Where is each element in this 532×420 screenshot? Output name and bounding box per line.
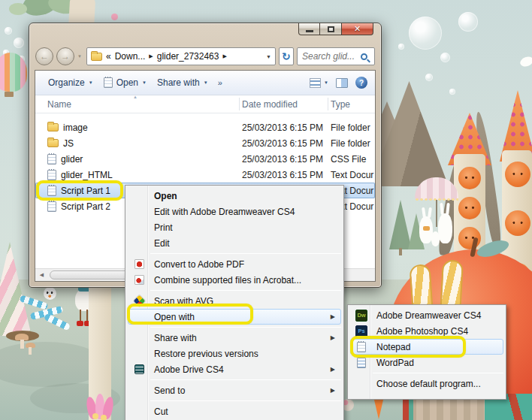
breadcrumb-segment-folder[interactable]: glider_2732463 [157,51,219,62]
file-date: 25/03/2013 6:15 PM [239,154,328,165]
menu-item-restore-previous-versions[interactable]: Restore previous versions [128,346,341,361]
text-file-icon [47,170,56,180]
caret-down-icon: ▼ [89,80,93,85]
annotation-box-script-part-1 [36,180,123,201]
adobe-drive-icon [135,364,144,374]
column-separator[interactable] [239,98,240,110]
help-button[interactable]: ? [355,77,367,89]
column-header-date[interactable]: Date modified [239,99,328,110]
wordpad-icon [357,358,366,368]
refresh-button[interactable]: ↻ [279,47,294,65]
breadcrumb[interactable]: « Down... ▶ glider_2732463 ▶ ▼ [86,47,276,65]
wallpaper-worm-head [44,287,56,300]
wallpaper-tulip-dot [101,415,107,420]
search-icon [361,53,367,60]
wallpaper-pink-dot [111,14,118,20]
menu-item-edit-with-dreamweaver[interactable]: Edit with Adobe Dreamweaver CS4 [128,204,341,219]
wallpaper-bubble [425,74,433,81]
wallpaper-bubble [5,27,12,35]
wallpaper-bubble [449,89,455,95]
menu-item-share-with[interactable]: Share with▶ [128,330,341,346]
wallpaper-bird-boot [77,321,83,326]
submenu-item-choose-default-program[interactable]: Choose default program... [350,376,503,391]
submenu-arrow-icon: ▶ [331,366,335,373]
open-button[interactable]: Open ▼ [98,74,152,91]
file-row[interactable]: JS 25/03/2013 6:15 PM File folder [35,135,375,151]
file-type: Text Docur [328,170,375,180]
share-with-label: Share with [157,77,200,88]
open-label: Open [116,77,138,88]
wallpaper-rabbit-bow [423,226,430,231]
file-name: Script Part 2 [61,201,110,212]
wallpaper-bubble [398,44,404,50]
caret-down-icon: ▼ [204,80,208,85]
wallpaper-bubble [440,53,450,62]
refresh-icon: ↻ [282,50,291,62]
wallpaper-foliage [9,3,27,15]
file-date: 25/03/2013 6:15 PM [239,170,328,180]
menu-item-cut[interactable]: Cut [128,403,341,419]
breadcrumb-segment-downloads[interactable]: Down... [115,51,146,62]
search-input[interactable] [301,50,361,62]
menu-item-adobe-drive[interactable]: Adobe Drive CS4▶ [128,361,341,377]
file-type: CSS File [328,154,375,165]
search-box[interactable] [297,47,375,65]
submenu-arrow-icon: ▶ [331,334,335,341]
organize-button[interactable]: Organize ▼ [43,74,98,91]
wallpaper-tulip-dot [92,413,98,419]
menu-item-convert-to-pdf[interactable]: Convert to Adobe PDF [128,256,341,272]
address-dropdown-caret-icon[interactable]: ▼ [266,54,271,59]
share-with-button[interactable]: Share with ▼ [152,74,213,91]
wallpaper-mushroom-stem [29,347,32,355]
menu-item-combine-in-acrobat[interactable]: Combine supported files in Acrobat... [128,272,341,288]
file-date: 25/03/2013 6:15 PM [239,122,328,133]
folder-icon [91,53,102,61]
wallpaper-bubble [458,12,478,32]
menu-item-print[interactable]: Print [128,219,341,235]
text-file-icon [47,201,56,212]
views-button[interactable]: ▼ [310,78,328,88]
submenu-arrow-icon: ▶ [331,387,335,394]
submenu-item-adobe-dreamweaver[interactable]: DwAdobe Dreamweaver CS4 [350,307,503,323]
menu-item-send-to[interactable]: Send to▶ [128,382,341,398]
recent-pages-caret-icon[interactable]: ▼ [77,54,82,59]
file-row[interactable]: image 25/03/2013 6:15 PM File folder [35,119,375,135]
toolbar-overflow-button[interactable]: » [218,78,222,87]
menu-separator [150,400,341,401]
chevron-right-icon[interactable]: ▶ [149,53,153,59]
preview-pane-button[interactable] [336,78,348,88]
scroll-left-button[interactable]: ◀ [35,269,48,281]
back-button[interactable]: ← [35,47,53,65]
file-type: File folder [328,138,375,149]
notepad-icon [104,77,113,88]
file-row[interactable]: glider 25/03/2013 6:15 PM CSS File [35,151,375,167]
minimize-button[interactable] [298,23,320,35]
adobe-pdf-icon [135,259,144,269]
submenu-arrow-icon: ▶ [331,313,335,320]
wallpaper-doll [458,197,481,219]
close-button[interactable]: ✕ [341,23,373,35]
address-bar: ← → ▼ « Down... ▶ glider_2732463 ▶ ▼ ↻ [29,43,381,70]
maximize-button[interactable] [320,23,341,35]
dreamweaver-icon: Dw [355,310,367,322]
menu-separator [373,373,503,373]
wallpaper-fabric-teal-stripe [409,397,413,420]
file-name: image [63,122,88,133]
forward-arrow-icon: → [61,51,70,62]
file-name: glider [61,154,83,165]
menu-separator [150,253,341,254]
annotation-box-notepad [350,336,466,358]
window-controls: ✕ [298,23,373,35]
wallpaper-balloon-basket [5,92,14,97]
file-name: glider_HTML [61,170,113,180]
forward-button[interactable]: → [56,47,74,65]
menu-item-edit[interactable]: Edit [128,235,341,251]
menu-item-open[interactable]: Open [128,188,341,204]
chevron-right-icon[interactable]: ▶ [222,53,226,59]
file-date: 25/03/2013 6:15 PM [239,138,328,149]
wallpaper-rabbit [438,213,452,243]
column-header-name[interactable]: Name [35,99,239,110]
column-separator[interactable] [328,98,328,110]
menu-separator [150,379,341,380]
column-header-type[interactable]: Type [328,99,375,110]
